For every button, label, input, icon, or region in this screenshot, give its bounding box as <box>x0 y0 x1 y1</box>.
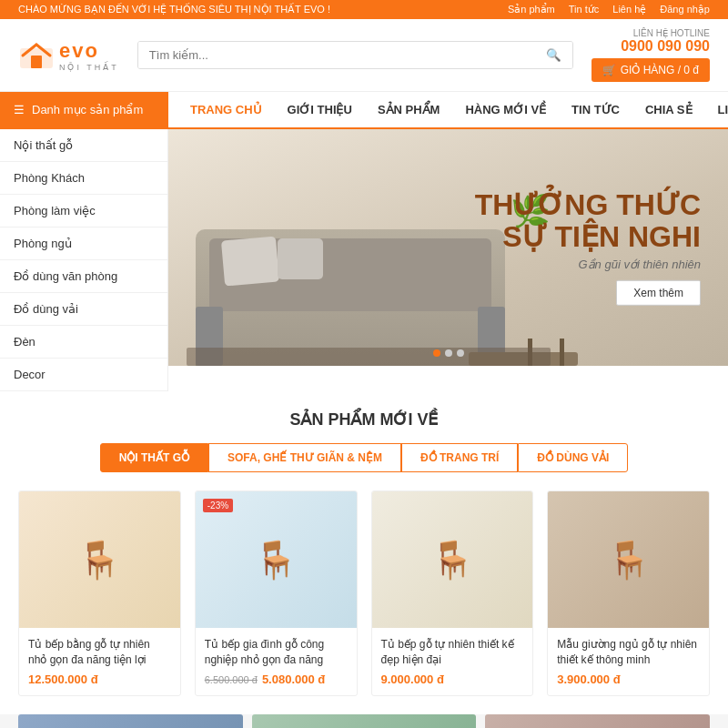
new-products-title: SẢN PHẨM MỚI VỀ <box>18 410 710 430</box>
dot-2[interactable] <box>445 349 452 357</box>
nav-link[interactable]: HÀNG MỚI VỀ <box>452 92 559 127</box>
dot-1[interactable] <box>433 349 440 357</box>
header-right: LIÊN HỆ HOTLINE 0900 090 090 🛒 GIỎ HÀNG … <box>592 28 710 82</box>
product-old-price: 6.500.000 đ <box>205 674 258 685</box>
product-badge: -23% <box>203 499 233 512</box>
rug <box>187 348 551 366</box>
sidebar-item[interactable]: Đồ dùng văn phòng <box>0 260 167 293</box>
svg-rect-1 <box>31 56 42 68</box>
nav-link[interactable]: GIỚI THIỆU <box>275 92 365 127</box>
content-wrapper: Nội thất gỗPhòng KháchPhòng làm việcPhòn… <box>0 129 728 391</box>
top-bar-link[interactable]: Sản phẩm <box>508 4 555 15</box>
category-btn-label: Danh mục sản phẩm <box>32 103 143 116</box>
top-bar-link[interactable]: Liên hệ <box>612 4 646 15</box>
logo-brand: evo <box>59 39 99 62</box>
product-card[interactable]: 🪑Mẫu giường ngủ gỗ tự nhiên thiết kế thô… <box>547 490 710 696</box>
search-input[interactable] <box>138 42 535 68</box>
product-info: Tủ bếp bằng gỗ tự nhiên nhỏ gọn đa năng … <box>19 628 180 695</box>
product-image: 🪑 <box>19 491 180 628</box>
category-image: 🪑 <box>252 714 477 728</box>
product-card[interactable]: 🪑Tủ bếp bằng gỗ tự nhiên nhỏ gọn đa năng… <box>18 490 181 696</box>
product-tabs: NỘI THẤT GỖSOFA, GHẾ THƯ GIÃN & NỆMĐỒ TR… <box>18 443 710 472</box>
hero-text: THƯỞNG THỨC SỰ TIỆN NGHI Gần gũi với thi… <box>475 189 701 306</box>
nav-links: TRANG CHỦGIỚI THIỆUSẢN PHẨMHÀNG MỚI VỀTI… <box>168 92 728 127</box>
hero-subtitle: Gần gũi với thiên nhiên <box>475 258 701 271</box>
category-card[interactable]: 🛏️PHÒNG NGỦ <box>485 714 710 728</box>
product-image: 🪑 <box>548 491 709 628</box>
hero-dots <box>433 349 464 357</box>
sidebar-list: Nội thất gỗPhòng KháchPhòng làm việcPhòn… <box>0 129 167 391</box>
hotline-section: LIÊN HỆ HOTLINE 0900 090 090 <box>621 28 710 55</box>
main-nav: ☰ Danh mục sản phẩm TRANG CHỦGIỚI THIỆUS… <box>0 92 728 129</box>
category-card[interactable]: 🛋️PHÒNG KHÁCH <box>18 714 243 728</box>
cart-label: GIỎ HÀNG / 0 đ <box>621 64 699 76</box>
top-bar: CHÀO MỪNG BẠN ĐẾN VỚI HỆ THỐNG SIÊU THỊ … <box>0 0 728 19</box>
logo[interactable]: evo NỘI THẤT <box>18 37 119 74</box>
logo-icon <box>18 37 55 74</box>
hero-banner: 🌿 THƯỞNG THỨC SỰ TIỆN NGHI Gần gũi với t… <box>168 129 728 366</box>
product-info: Mẫu giường ngủ gỗ tự nhiên thiết kế thôn… <box>548 628 709 695</box>
product-grid: 🪑Tủ bếp bằng gỗ tự nhiên nhỏ gọn đa năng… <box>18 490 710 696</box>
dot-3[interactable] <box>457 349 464 357</box>
hero-cta-button[interactable]: Xem thêm <box>616 280 701 306</box>
sidebar-item[interactable]: Phòng Khách <box>0 162 167 195</box>
hotline-label: LIÊN HỆ HOTLINE <box>621 28 710 38</box>
nav-link[interactable]: TIN TỨC <box>559 92 632 127</box>
category-menu-button[interactable]: ☰ Danh mục sản phẩm <box>0 92 168 127</box>
sidebar-item[interactable]: Đồ dùng vải <box>0 293 167 326</box>
search-button[interactable]: 🔍 <box>535 42 572 68</box>
pillow-2 <box>278 238 323 279</box>
product-tab[interactable]: NỘI THẤT GỖ <box>100 443 208 472</box>
product-info: Tủ bếp gia đình gỗ công nghiệp nhỏ gọn đ… <box>196 628 357 695</box>
nav-link[interactable]: TRANG CHỦ <box>177 92 275 127</box>
sidebar-item[interactable]: Đèn <box>0 326 167 359</box>
sidebar-item[interactable]: Decor <box>0 359 167 391</box>
product-price: 12.500.000 đ <box>28 672 98 686</box>
nav-link[interactable]: SẢN PHẨM <box>365 92 453 127</box>
product-card[interactable]: 🪑Tủ bếp gỗ tự nhiên thiết kế đẹp hiện đạ… <box>371 490 534 696</box>
product-name: Tủ bếp bằng gỗ tự nhiên nhỏ gọn đa năng … <box>28 637 171 668</box>
logo-subtitle: NỘI THẤT <box>59 63 119 72</box>
sidebar-item[interactable]: Phòng làm việc <box>0 195 167 228</box>
table-leg-1 <box>560 339 564 366</box>
category-grid: 🛋️PHÒNG KHÁCH🪑PHÒNG LÀM VIỆC🛏️PHÒNG NGỦ <box>0 714 728 728</box>
top-bar-links: Sản phẩmTin tứcLiên hệĐăng nhập <box>508 4 710 15</box>
sidebar-item[interactable]: Nội thất gỗ <box>0 129 167 162</box>
cart-button[interactable]: 🛒 GIỎ HÀNG / 0 đ <box>592 58 710 82</box>
product-image: 🪑-23% <box>196 491 357 628</box>
header: evo NỘI THẤT 🔍 LIÊN HỆ HOTLINE 0900 090 … <box>0 19 728 92</box>
product-name: Tủ bếp gỗ tự nhiên thiết kế đẹp hiện đại <box>381 637 524 668</box>
sidebar-item[interactable]: Phòng ngủ <box>0 228 167 260</box>
top-bar-message: CHÀO MỪNG BẠN ĐẾN VỚI HỆ THỐNG SIÊU THỊ … <box>18 4 330 15</box>
nav-link[interactable]: LIÊN HỆ <box>705 92 728 127</box>
search-bar[interactable]: 🔍 <box>137 41 573 69</box>
product-name: Tủ bếp gia đình gỗ công nghiệp nhỏ gọn đ… <box>205 637 348 668</box>
category-image: 🛏️ <box>485 714 710 728</box>
new-products-section: SẢN PHẨM MỚI VỀ NỘI THẤT GỖSOFA, GHẾ THƯ… <box>0 391 728 714</box>
product-image: 🪑 <box>372 491 533 628</box>
product-price: 5.080.000 đ <box>262 672 325 686</box>
product-price: 3.900.000 đ <box>557 672 620 686</box>
product-info: Tủ bếp gỗ tự nhiên thiết kế đẹp hiện đại… <box>372 628 533 695</box>
product-tab[interactable]: ĐỒ TRANG TRÍ <box>401 443 518 472</box>
pillow-1 <box>221 236 279 286</box>
product-price: 9.000.000 đ <box>381 672 444 686</box>
hero-title: THƯỞNG THỨC SỰ TIỆN NGHI <box>475 189 701 253</box>
category-card[interactable]: 🪑PHÒNG LÀM VIỆC <box>252 714 477 728</box>
sidebar: Nội thất gỗPhòng KháchPhòng làm việcPhòn… <box>0 129 168 391</box>
top-bar-link[interactable]: Tin tức <box>569 4 600 15</box>
product-name: Mẫu giường ngủ gỗ tự nhiên thiết kế thôn… <box>557 637 700 668</box>
product-tab[interactable]: ĐỒ DÙNG VẢI <box>518 443 628 472</box>
product-tab[interactable]: SOFA, GHẾ THƯ GIÃN & NỆM <box>208 443 401 472</box>
hotline-number: 0900 090 090 <box>621 38 710 55</box>
category-image: 🛋️ <box>18 714 243 728</box>
nav-link[interactable]: CHIA SẺ <box>632 92 705 127</box>
top-bar-link[interactable]: Đăng nhập <box>660 4 710 15</box>
product-card[interactable]: 🪑-23%Tủ bếp gia đình gỗ công nghiệp nhỏ … <box>195 490 358 696</box>
